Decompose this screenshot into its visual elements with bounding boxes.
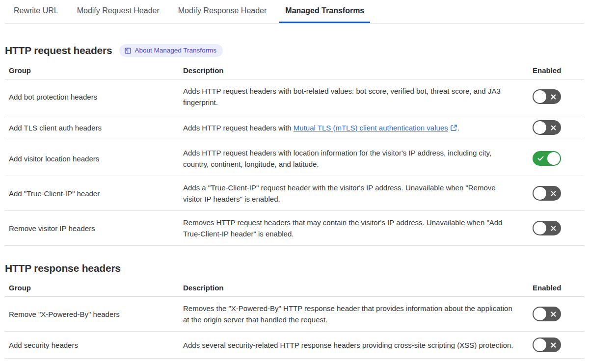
column-header-enabled: Enabled xyxy=(533,63,584,79)
tab-bar: Rewrite URLModify Request HeaderModify R… xyxy=(5,0,584,24)
section-heading-response: HTTP response headers xyxy=(5,262,121,274)
toggle-knob xyxy=(534,338,546,351)
external-link-icon xyxy=(450,124,457,131)
toggle-knob xyxy=(534,308,546,320)
toggle-knob xyxy=(534,187,546,200)
enabled-toggle[interactable] xyxy=(533,151,561,166)
row-description: Adds HTTP request headers with bot-relat… xyxy=(183,79,533,114)
column-header-description: Description xyxy=(183,281,533,297)
row-description: Adds HTTP request headers with Mutual TL… xyxy=(183,114,533,141)
x-icon xyxy=(546,342,560,348)
toggle-knob xyxy=(534,222,546,234)
enabled-toggle[interactable] xyxy=(533,89,561,104)
toggle-knob xyxy=(534,121,546,134)
enabled-toggle[interactable] xyxy=(533,338,561,352)
x-icon xyxy=(546,125,560,131)
response-headers-table: Group Description Enabled Remove "X-Powe… xyxy=(5,281,584,359)
x-icon xyxy=(546,311,560,317)
toggle-knob xyxy=(547,152,560,165)
enabled-toggle[interactable] xyxy=(533,307,561,321)
toggle-knob xyxy=(534,90,546,103)
about-managed-transforms-link[interactable]: About Managed Transforms xyxy=(119,44,223,57)
column-header-group: Group xyxy=(5,63,183,79)
check-icon xyxy=(534,156,547,161)
row-group-label: Add security headers xyxy=(5,332,183,359)
book-icon xyxy=(124,47,132,54)
tab-modify-request-header[interactable]: Modify Request Header xyxy=(71,0,165,23)
column-header-description: Description xyxy=(183,63,533,79)
row-description: Removes the "X-Powered-By" HTTP response… xyxy=(183,297,533,332)
row-description: Adds a "True-Client-IP" request header w… xyxy=(183,176,533,211)
row-description: Adds HTTP request headers with location … xyxy=(183,141,533,176)
tab-managed-transforms[interactable]: Managed Transforms xyxy=(279,0,370,23)
request-headers-table: Group Description Enabled Add bot protec… xyxy=(5,63,584,246)
description-link[interactable]: Mutual TLS (mTLS) client authentication … xyxy=(294,124,457,132)
tab-rewrite-url[interactable]: Rewrite URL xyxy=(8,0,64,23)
table-row: Add security headersAdds several securit… xyxy=(5,332,584,359)
row-group-label: Remove "X-Powered-By" headers xyxy=(5,297,183,332)
x-icon xyxy=(546,190,560,197)
row-group-label: Add "True-Client-IP" header xyxy=(5,176,183,211)
tab-modify-response-header[interactable]: Modify Response Header xyxy=(172,0,273,23)
table-row: Add bot protection headersAdds HTTP requ… xyxy=(5,79,584,114)
x-icon xyxy=(546,225,560,232)
row-group-label: Add bot protection headers xyxy=(5,79,183,114)
column-header-enabled: Enabled xyxy=(533,281,584,297)
table-row: Remove "X-Powered-By" headersRemoves the… xyxy=(5,297,584,332)
http-response-headers-section: HTTP response headers Group Description … xyxy=(5,262,584,359)
table-row: Remove visitor IP headersRemoves HTTP re… xyxy=(5,211,584,246)
row-description: Adds several security-related HTTP respo… xyxy=(183,332,533,359)
row-group-label: Add visitor location headers xyxy=(5,141,183,176)
enabled-toggle[interactable] xyxy=(533,221,561,235)
column-header-group: Group xyxy=(5,281,183,297)
table-row: Add TLS client auth headersAdds HTTP req… xyxy=(5,114,584,141)
row-group-label: Add TLS client auth headers xyxy=(5,114,183,141)
row-description: Removes HTTP request headers that may co… xyxy=(183,211,533,246)
badge-label: About Managed Transforms xyxy=(135,47,217,54)
row-group-label: Remove visitor IP headers xyxy=(5,211,183,246)
x-icon xyxy=(546,94,560,100)
managed-transforms-page: Rewrite URLModify Request HeaderModify R… xyxy=(0,0,589,359)
enabled-toggle[interactable] xyxy=(533,120,561,135)
enabled-toggle[interactable] xyxy=(533,186,561,201)
http-request-headers-section: HTTP request headers About Managed Trans… xyxy=(5,44,584,246)
section-heading-request: HTTP request headers xyxy=(5,45,112,56)
table-row: Add "True-Client-IP" headerAdds a "True-… xyxy=(5,176,584,211)
table-row: Add visitor location headersAdds HTTP re… xyxy=(5,141,584,176)
